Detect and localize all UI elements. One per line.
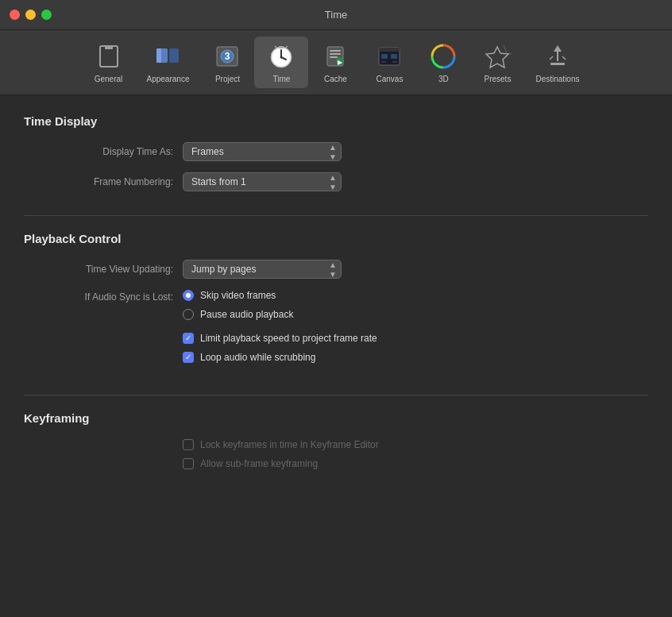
- svg-line-14: [275, 46, 276, 48]
- loop-audio-checkbox[interactable]: ✓: [183, 352, 194, 363]
- display-time-row: Display Time As: Frames Timecode Samples…: [24, 142, 648, 161]
- svg-line-15: [286, 46, 288, 48]
- playback-control-title: Playback Control: [24, 232, 648, 245]
- time-view-label: Time View Updating:: [24, 264, 183, 275]
- title-bar: Time: [0, 0, 672, 30]
- audio-sync-label: If Audio Sync is Lost:: [24, 290, 183, 303]
- toolbar-item-appearance[interactable]: Appearance: [136, 37, 201, 88]
- 3d-label: 3D: [438, 75, 449, 83]
- svg-rect-18: [330, 53, 341, 55]
- lock-keyframes-checkbox[interactable]: [183, 439, 194, 450]
- destinations-label: Destinations: [535, 75, 579, 83]
- loop-audio-label: Loop audio while scrubbing: [200, 352, 315, 363]
- svg-rect-13: [279, 46, 284, 48]
- frame-numbering-row: Frame Numbering: Starts from 1 Starts fr…: [24, 172, 648, 191]
- window-title: Time: [325, 9, 347, 21]
- subframe-keyframing-label: Allow sub-frame keyframing: [200, 458, 318, 469]
- toolbar-item-canvas[interactable]: Canvas: [362, 37, 416, 88]
- time-view-select-wrapper: Jump by pages Scroll Center playhead ▲▼: [183, 260, 342, 279]
- project-icon: 3: [212, 41, 242, 71]
- toolbar-item-presets[interactable]: Presets: [470, 37, 524, 88]
- audio-sync-options: Skip video frames Pause audio playback ✓…: [183, 290, 377, 371]
- loop-audio-option[interactable]: ✓ Loop audio while scrubbing: [183, 352, 377, 363]
- main-content: Time Display Display Time As: Frames Tim…: [0, 95, 672, 520]
- frame-numbering-select-wrapper: Starts from 1 Starts from 0 ▲▼: [183, 172, 342, 191]
- playback-control-section: Playback Control Time View Updating: Jum…: [24, 232, 648, 371]
- time-label: Time: [273, 75, 291, 83]
- minimize-button[interactable]: [25, 10, 36, 20]
- svg-rect-4: [156, 48, 161, 63]
- svg-point-12: [280, 56, 283, 59]
- svg-rect-19: [330, 56, 338, 58]
- 3d-icon: [428, 41, 458, 71]
- keyframing-options-row: Lock keyframes in time in Keyframe Edito…: [24, 439, 648, 477]
- lock-keyframes-label: Lock keyframes in time in Keyframe Edito…: [200, 439, 379, 450]
- subframe-keyframing-checkbox[interactable]: [183, 458, 194, 469]
- appearance-icon: [153, 41, 183, 71]
- display-time-label: Display Time As:: [24, 146, 183, 157]
- pause-audio-playback-label: Pause audio playback: [200, 309, 293, 320]
- checkmark-icon-2: ✓: [185, 353, 191, 361]
- svg-rect-24: [381, 54, 388, 59]
- checkmark-icon: ✓: [185, 334, 191, 342]
- canvas-label: Canvas: [377, 75, 404, 83]
- time-view-row: Time View Updating: Jump by pages Scroll…: [24, 260, 648, 279]
- subframe-keyframing-option[interactable]: Allow sub-frame keyframing: [183, 458, 379, 469]
- pause-audio-playback-option[interactable]: Pause audio playback: [183, 309, 377, 320]
- pause-audio-playback-radio[interactable]: [183, 309, 194, 320]
- skip-video-frames-option[interactable]: Skip video frames: [183, 290, 377, 301]
- audio-sync-row: If Audio Sync is Lost: Skip video frames…: [24, 290, 648, 371]
- keyframing-options: Lock keyframes in time in Keyframe Edito…: [183, 439, 379, 477]
- lock-keyframes-option[interactable]: Lock keyframes in time in Keyframe Edito…: [183, 439, 379, 450]
- toolbar-item-cache[interactable]: ▶ Cache: [308, 37, 362, 88]
- section-separator-1: [24, 215, 648, 216]
- time-view-select[interactable]: Jump by pages Scroll Center playhead: [183, 260, 342, 279]
- frame-numbering-label: Frame Numbering:: [24, 176, 183, 187]
- svg-rect-29: [550, 63, 565, 65]
- keyframing-title: Keyframing: [24, 411, 648, 425]
- cache-icon: ▶: [320, 41, 350, 71]
- svg-text:▶: ▶: [338, 59, 343, 66]
- general-label: General: [95, 75, 123, 83]
- time-display-section: Time Display Display Time As: Frames Tim…: [24, 114, 648, 191]
- time-icon: [266, 41, 296, 71]
- destinations-icon: [543, 41, 573, 71]
- cache-label: Cache: [324, 75, 347, 83]
- frame-numbering-select[interactable]: Starts from 1 Starts from 0: [183, 172, 342, 191]
- toolbar: General Appearance 3 Project: [0, 30, 672, 95]
- svg-text:3: 3: [225, 51, 230, 62]
- svg-rect-3: [169, 48, 179, 63]
- maximize-button[interactable]: [41, 10, 52, 20]
- toolbar-item-general[interactable]: General: [82, 37, 136, 88]
- project-label: Project: [215, 75, 240, 83]
- svg-rect-23: [379, 48, 400, 52]
- toolbar-item-3d[interactable]: 3D: [416, 37, 470, 88]
- presets-icon: [482, 41, 512, 71]
- display-time-select[interactable]: Frames Timecode Samples: [183, 142, 342, 161]
- time-display-title: Time Display: [24, 114, 648, 128]
- skip-video-frames-radio[interactable]: [183, 290, 194, 301]
- svg-rect-1: [105, 46, 113, 49]
- toolbar-item-time[interactable]: Time: [254, 37, 308, 88]
- skip-video-frames-label: Skip video frames: [200, 290, 276, 301]
- appearance-label: Appearance: [147, 75, 190, 83]
- close-button[interactable]: [10, 10, 20, 20]
- canvas-icon: [374, 41, 404, 71]
- presets-label: Presets: [485, 75, 512, 83]
- svg-line-32: [550, 56, 553, 60]
- general-icon: [94, 41, 124, 71]
- svg-marker-31: [554, 45, 562, 52]
- limit-playback-label: Limit playback speed to project frame ra…: [200, 333, 377, 344]
- window-controls: [10, 10, 52, 20]
- limit-playback-checkbox[interactable]: ✓: [183, 333, 194, 344]
- svg-line-33: [562, 56, 566, 60]
- limit-playback-option[interactable]: ✓ Limit playback speed to project frame …: [183, 333, 377, 344]
- toolbar-item-destinations[interactable]: Destinations: [524, 37, 590, 88]
- svg-rect-25: [391, 54, 397, 59]
- keyframing-section: Keyframing Lock keyframes in time in Key…: [24, 411, 648, 477]
- section-separator-2: [24, 395, 648, 395]
- toolbar-item-project[interactable]: 3 Project: [200, 37, 254, 88]
- svg-rect-17: [330, 50, 341, 52]
- display-time-select-wrapper: Frames Timecode Samples ▲▼: [183, 142, 342, 161]
